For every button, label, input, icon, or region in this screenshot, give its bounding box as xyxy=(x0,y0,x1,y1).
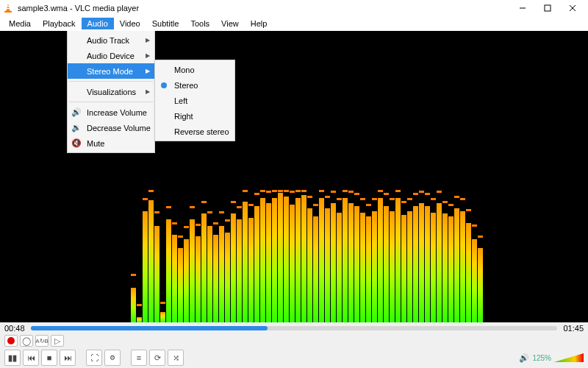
menu-icon: 🔇 xyxy=(71,138,82,148)
stop-button[interactable]: ■ xyxy=(41,350,57,366)
menu-item-label: Stereo Mode xyxy=(87,67,133,76)
vlc-cone-icon xyxy=(3,3,13,13)
menu-item-visualizations[interactable]: Visualizations▶ xyxy=(68,84,154,99)
menu-item-decrease-volume[interactable]: 🔉Decrease Volume xyxy=(68,120,154,135)
record-icon xyxy=(7,337,15,344)
atob-icon: A↻B xyxy=(35,338,49,344)
sliders-icon: ⚙ xyxy=(110,354,115,361)
menu-video[interactable]: Video xyxy=(114,18,146,29)
previous-button[interactable]: ⏮ xyxy=(23,350,39,366)
skip-back-icon: ⏮ xyxy=(27,353,35,362)
menu-subtitle[interactable]: Subtitle xyxy=(146,18,185,29)
stop-icon: ■ xyxy=(47,353,52,362)
volume-control[interactable]: 🔊 125% xyxy=(519,353,584,363)
loop-button[interactable]: ⟳ xyxy=(149,350,165,366)
menu-item-label: Visualizations xyxy=(87,88,136,96)
extended-settings-button[interactable]: ⚙ xyxy=(104,350,121,366)
radio-selected-icon xyxy=(161,82,167,88)
menu-view[interactable]: View xyxy=(215,18,245,29)
menu-item-label: Right xyxy=(174,112,193,121)
next-button[interactable]: ⏭ xyxy=(60,350,76,366)
menu-item-label: Increase Volume xyxy=(87,108,147,117)
menubar: MediaPlaybackAudioVideoSubtitleToolsView… xyxy=(0,16,588,31)
shuffle-icon: ⤮ xyxy=(173,353,179,363)
speaker-icon: 🔊 xyxy=(519,353,529,363)
menu-item-label: Stereo xyxy=(174,81,198,90)
pause-icon: ▮▮ xyxy=(8,353,17,363)
random-button[interactable]: ⤮ xyxy=(168,350,184,366)
menu-item-increase-volume[interactable]: 🔊Increase Volume xyxy=(68,105,154,120)
seek-row: 00:48 01:45 xyxy=(0,322,588,334)
menu-help[interactable]: Help xyxy=(245,18,273,29)
seek-progress xyxy=(31,326,268,330)
svg-rect-2 xyxy=(7,6,10,7)
menu-item-label: Mono xyxy=(174,66,195,74)
chevron-right-icon: ▶ xyxy=(146,37,150,43)
menu-item-stereo-mode[interactable]: Stereo Mode▶ xyxy=(68,63,154,79)
chevron-right-icon: ▶ xyxy=(146,68,150,74)
fullscreen-icon: ⛶ xyxy=(90,353,98,362)
chevron-right-icon: ▶ xyxy=(146,52,150,59)
menu-playback[interactable]: Playback xyxy=(37,18,82,29)
controls-toolbar: ▮▮ ⏮ ■ ⏭ ⛶ ⚙ ≡ ⟳ ⤮ 🔊 125% xyxy=(0,347,588,368)
playlist-icon: ≡ xyxy=(137,353,141,362)
loop-icon: ⟳ xyxy=(154,353,161,363)
volume-percent: 125% xyxy=(532,354,551,362)
stereo-option-stereo[interactable]: Stereo xyxy=(155,77,234,93)
close-button[interactable] xyxy=(560,1,585,15)
menu-media[interactable]: Media xyxy=(3,18,37,29)
menu-item-label: Audio Device xyxy=(87,52,135,60)
stereo-mode-submenu: MonoStereoLeftRightReverse stereo xyxy=(154,60,235,141)
time-current: 00:48 xyxy=(4,324,26,333)
menu-icon: 🔉 xyxy=(71,123,82,132)
svg-rect-3 xyxy=(7,8,10,9)
time-total: 01:45 xyxy=(562,324,584,333)
menu-item-label: Audio Track xyxy=(87,36,129,45)
menu-tools[interactable]: Tools xyxy=(184,18,215,29)
svg-marker-0 xyxy=(6,4,10,12)
frame-step-button[interactable]: ▷ xyxy=(51,335,64,347)
svg-rect-1 xyxy=(4,11,12,13)
skip-forward-icon: ⏭ xyxy=(64,353,72,362)
record-button[interactable] xyxy=(4,335,18,347)
minimize-button[interactable] xyxy=(510,1,535,15)
stereo-option-reverse-stereo[interactable]: Reverse stereo xyxy=(155,124,234,139)
menu-item-label: Mute xyxy=(87,139,104,148)
snapshot-button[interactable]: ◯ xyxy=(20,335,33,347)
volume-slider[interactable] xyxy=(554,353,584,363)
menu-icon: 🔊 xyxy=(71,107,82,117)
menu-audio[interactable]: Audio xyxy=(82,18,114,29)
titlebar: sample3.wma - VLC media player xyxy=(0,0,588,16)
extra-toolbar: ◯ A↻B ▷ xyxy=(0,334,588,347)
svg-marker-8 xyxy=(554,353,584,362)
spectrum-visualization xyxy=(131,190,484,322)
maximize-button[interactable] xyxy=(535,1,560,15)
fullscreen-button[interactable]: ⛶ xyxy=(86,350,102,366)
camera-icon: ◯ xyxy=(22,336,31,346)
chevron-right-icon: ▶ xyxy=(146,88,150,95)
menu-item-audio-track[interactable]: Audio Track▶ xyxy=(68,32,154,48)
atob-loop-button[interactable]: A↻B xyxy=(35,335,49,347)
playlist-button[interactable]: ≡ xyxy=(131,350,147,366)
menu-item-mute[interactable]: 🔇Mute xyxy=(68,135,154,151)
window-title: sample3.wma - VLC media player xyxy=(18,4,139,13)
stereo-option-right[interactable]: Right xyxy=(155,108,234,124)
menu-item-label: Reverse stereo xyxy=(174,127,229,136)
pause-button[interactable]: ▮▮ xyxy=(4,350,21,366)
seek-slider[interactable] xyxy=(31,326,557,330)
menu-item-label: Left xyxy=(174,96,187,105)
menu-separator xyxy=(69,102,153,102)
menu-item-audio-device[interactable]: Audio Device▶ xyxy=(68,48,154,63)
stereo-option-mono[interactable]: Mono xyxy=(155,62,234,77)
audio-menu: Audio Track▶Audio Device▶Stereo Mode▶Vis… xyxy=(67,31,155,153)
video-area: Audio Track▶Audio Device▶Stereo Mode▶Vis… xyxy=(0,31,588,322)
stereo-option-left[interactable]: Left xyxy=(155,93,234,108)
svg-rect-5 xyxy=(545,5,551,11)
menu-item-label: Decrease Volume xyxy=(87,124,151,132)
frame-step-icon: ▷ xyxy=(54,336,60,346)
menu-separator xyxy=(69,81,153,82)
